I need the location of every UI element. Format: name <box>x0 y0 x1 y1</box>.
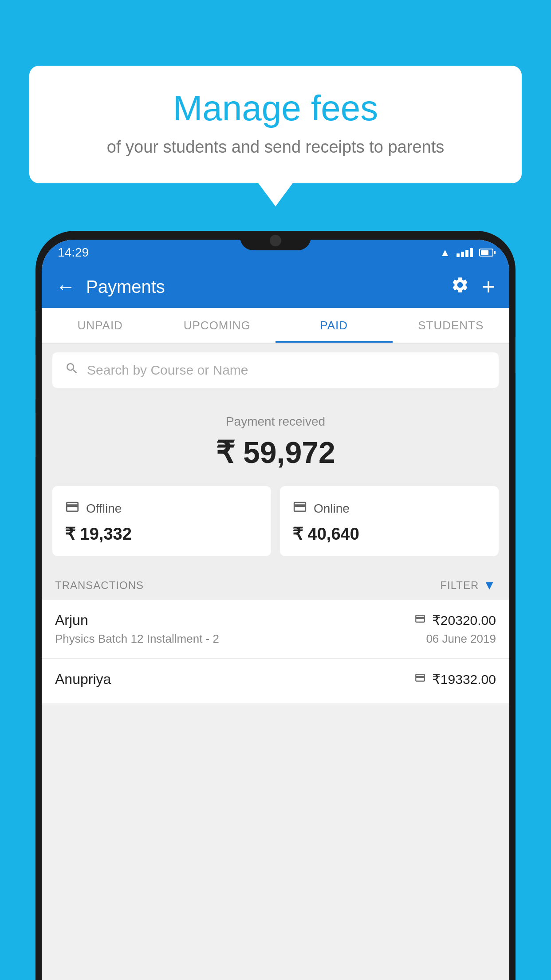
phone-frame: 14:29 ▲ <box>35 231 516 980</box>
search-bar[interactable]: Search by Course or Name <box>52 352 499 388</box>
search-bar-wrap: Search by Course or Name <box>42 344 509 397</box>
app-header: ← Payments + <box>42 265 509 308</box>
transaction-amount: ₹19332.00 <box>432 672 496 687</box>
payment-received-amount: ₹ 59,972 <box>42 435 509 470</box>
filter-icon: ▼ <box>483 578 496 593</box>
bubble-subtitle: of your students and send receipts to pa… <box>56 138 495 157</box>
transaction-amount: ₹20320.00 <box>432 612 496 628</box>
notch <box>240 231 311 250</box>
online-payment-icon <box>414 613 426 628</box>
transaction-date: 06 June 2019 <box>426 632 496 646</box>
add-button[interactable]: + <box>482 275 495 298</box>
online-card: Online ₹ 40,640 <box>280 486 499 556</box>
filter-label: FILTER <box>440 579 479 592</box>
payment-cards: Offline ₹ 19,332 Online ₹ 40,640 <box>42 486 509 569</box>
transaction-name: Arjun <box>55 612 88 628</box>
transaction-bottom: Physics Batch 12 Installment - 2 06 June… <box>55 632 496 646</box>
transaction-name: Anupriya <box>55 671 111 688</box>
wifi-icon: ▲ <box>440 246 450 259</box>
online-amount: ₹ 40,640 <box>292 524 486 544</box>
tab-students[interactable]: STUDENTS <box>393 308 510 343</box>
filter-button[interactable]: FILTER ▼ <box>440 578 496 593</box>
volume-down-button <box>35 355 36 399</box>
tab-upcoming[interactable]: UPCOMING <box>159 308 276 343</box>
offline-label: Offline <box>86 502 122 516</box>
volume-up-button <box>35 311 36 337</box>
offline-card-header: Offline <box>65 499 259 518</box>
online-card-header: Online <box>292 499 486 518</box>
bubble-title: Manage fees <box>56 89 495 128</box>
transactions-label: TRANSACTIONS <box>55 579 144 592</box>
transactions-list: Arjun ₹20320.00 Physics Batch 12 Install… <box>42 600 509 704</box>
online-label: Online <box>314 502 350 516</box>
settings-icon[interactable] <box>451 276 469 298</box>
tab-paid[interactable]: PAID <box>276 308 393 343</box>
online-icon <box>292 499 307 518</box>
battery-icon <box>479 249 493 257</box>
transactions-header: TRANSACTIONS FILTER ▼ <box>42 569 509 600</box>
payment-received-section: Payment received ₹ 59,972 <box>42 397 509 486</box>
payment-received-label: Payment received <box>42 415 509 429</box>
power-button <box>515 337 516 373</box>
page-title: Payments <box>86 277 451 297</box>
transaction-top: Anupriya ₹19332.00 <box>55 671 496 688</box>
offline-payment-icon <box>414 672 426 687</box>
tab-unpaid[interactable]: UNPAID <box>42 308 159 343</box>
status-icons: ▲ <box>440 246 493 259</box>
silent-button <box>35 413 36 457</box>
transaction-amount-wrap: ₹20320.00 <box>414 612 496 628</box>
tab-bar: UNPAID UPCOMING PAID STUDENTS <box>42 308 509 344</box>
offline-icon <box>65 499 80 518</box>
table-row[interactable]: Arjun ₹20320.00 Physics Batch 12 Install… <box>42 600 509 659</box>
search-icon <box>65 361 79 379</box>
status-time: 14:29 <box>58 245 89 260</box>
speech-bubble: Manage fees of your students and send re… <box>29 66 522 183</box>
front-camera <box>270 235 281 246</box>
transaction-top: Arjun ₹20320.00 <box>55 612 496 628</box>
phone-screen: 14:29 ▲ <box>42 240 509 980</box>
transaction-amount-wrap: ₹19332.00 <box>414 672 496 687</box>
offline-card: Offline ₹ 19,332 <box>52 486 271 556</box>
table-row[interactable]: Anupriya ₹19332.00 <box>42 659 509 704</box>
search-input[interactable]: Search by Course or Name <box>87 363 248 378</box>
transaction-course: Physics Batch 12 Installment - 2 <box>55 632 219 646</box>
back-button[interactable]: ← <box>56 276 75 298</box>
offline-amount: ₹ 19,332 <box>65 524 259 544</box>
header-actions: + <box>451 275 495 298</box>
signal-icon <box>457 248 473 257</box>
